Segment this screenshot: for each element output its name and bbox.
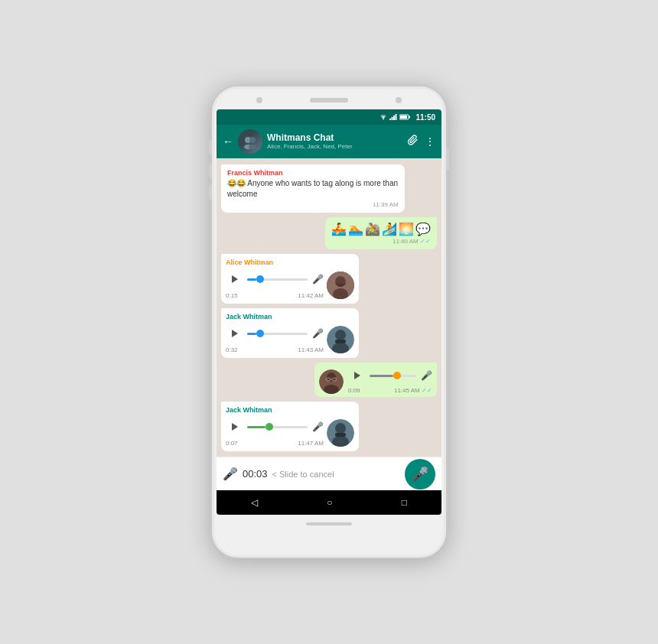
nav-recent-icon[interactable]: □	[402, 497, 407, 508]
waveform-progress-sent	[370, 375, 393, 377]
time-jack: 11:43 AM	[298, 346, 324, 353]
silent-button	[209, 184, 212, 200]
message-alice-audio: Alice Whitman	[221, 254, 359, 304]
waveform-sent	[370, 369, 416, 382]
audio-content-alice: 🎤 0:15 11:42 AM	[226, 268, 324, 299]
slide-cancel-text: < Slide to cancel	[272, 470, 334, 479]
play-button-sent[interactable]	[348, 367, 365, 384]
svg-rect-6	[409, 116, 411, 119]
slide-cancel-area: < Slide to cancel	[272, 470, 400, 479]
duration-jack: 0:32	[226, 346, 238, 353]
audio-meta-alice: 0:15 11:42 AM	[226, 292, 324, 299]
audio-meta-jack: 0:32 11:43 AM	[226, 346, 324, 353]
svg-rect-1	[389, 119, 391, 120]
waveform-dot-sent	[393, 372, 401, 379]
audio-content-jack: 🎤 0:32 11:43 AM	[226, 322, 324, 353]
waveform-progress-jack-2	[247, 426, 265, 428]
mic-icon-sent: 🎤	[421, 370, 432, 381]
header-actions: ⋮	[408, 135, 435, 148]
power-button	[446, 148, 449, 171]
audio-content-jack-2: 🎤 0:07 11:47 AM	[226, 415, 324, 447]
audio-controls-jack: 🎤	[226, 322, 324, 345]
waveform-track-alice	[247, 278, 308, 281]
waveform-alice	[247, 273, 308, 285]
avatar-alice	[327, 272, 354, 299]
home-bar	[306, 522, 352, 525]
svg-rect-7	[400, 115, 407, 119]
phone-screen: 11:50 ← Whitmans Chat Alice, Francis, Ja…	[217, 109, 441, 515]
audio-meta-jack-2: 0:07 11:47 AM	[226, 440, 324, 447]
audio-controls-alice: 🎤	[226, 268, 324, 291]
sent-double-check: ✓✓	[422, 387, 432, 394]
message-time-2: 11:40 AM ✓✓	[331, 238, 431, 245]
recording-mic-icon: 🎤	[223, 467, 238, 481]
message-francis-text: Francis Whitman 😂😂 Anyone who wants to t…	[221, 164, 405, 213]
status-icons: 11:50	[379, 113, 435, 122]
front-camera	[256, 97, 262, 103]
time-alice: 11:42 AM	[298, 292, 324, 299]
front-sensor	[396, 97, 402, 103]
sent-audio-controls: 🎤	[348, 366, 432, 385]
play-triangle-jack-icon	[232, 330, 238, 337]
avatar-woman-img	[327, 272, 354, 299]
double-check-icon: ✓✓	[420, 238, 431, 245]
sent-audio-meta: 0:09 11:45 AM ✓✓	[348, 387, 432, 394]
svg-point-11	[249, 145, 256, 149]
message-time-1: 11:39 AM	[227, 201, 399, 208]
svg-point-16	[335, 330, 346, 340]
waveform-jack-2	[247, 421, 308, 433]
duration-jack-2: 0:07	[226, 440, 238, 447]
sent-duration: 0:09	[348, 387, 360, 394]
play-triangle-sent-icon	[354, 372, 360, 379]
play-button-jack-2[interactable]	[226, 418, 243, 435]
svg-point-20	[327, 372, 336, 382]
waveform-dot-jack	[256, 330, 264, 337]
duration-alice: 0:15	[226, 292, 238, 299]
audio-bubble-alice: 🎤 0:15 11:42 AM	[226, 268, 354, 299]
volume-up-button	[209, 140, 212, 155]
mic-icon-jack: 🎤	[312, 328, 324, 339]
waveform-jack	[247, 327, 308, 340]
play-button-alice[interactable]	[226, 271, 243, 288]
nav-back-icon[interactable]: ◁	[251, 497, 258, 508]
phone-bottom-bar	[218, 518, 440, 530]
attach-icon[interactable]	[408, 135, 419, 148]
svg-rect-3	[393, 115, 395, 120]
svg-rect-4	[396, 114, 397, 120]
svg-point-0	[383, 119, 384, 119]
earpiece-speaker	[310, 98, 348, 102]
play-triangle-icon	[232, 275, 238, 283]
waveform-track-jack	[247, 333, 308, 335]
play-triangle-jack-2-icon	[232, 423, 238, 431]
audio-bubble-jack: 🎤 0:32 11:43 AM	[226, 322, 354, 353]
phone-top-bar	[218, 94, 440, 106]
waveform-track-sent	[370, 375, 416, 377]
recording-timer: 00:03	[243, 468, 268, 480]
svg-rect-2	[392, 117, 393, 120]
play-button-jack[interactable]	[226, 325, 243, 342]
wifi-icon	[379, 114, 387, 120]
phone-device: 11:50 ← Whitmans Chat Alice, Francis, Ja…	[210, 85, 448, 559]
mic-icon-alice: 🎤	[312, 274, 324, 285]
group-avatar	[238, 129, 262, 154]
sent-audio-avatar	[319, 369, 344, 394]
audio-bubble-jack-2: 🎤 0:07 11:47 AM	[226, 415, 354, 447]
more-options-icon[interactable]: ⋮	[425, 135, 435, 148]
sender-name-jack-2: Jack Whitman	[226, 406, 354, 414]
time-jack-2: 11:47 AM	[298, 440, 324, 447]
battery-icon	[399, 114, 410, 120]
avatar-jack	[327, 326, 354, 353]
send-voice-button[interactable]: 🎤	[405, 459, 435, 490]
sender-name-alice: Alice Whitman	[226, 259, 354, 266]
message-sent-audio: 🎤 0:09 11:45 AM ✓✓	[314, 363, 437, 397]
send-mic-icon: 🎤	[412, 466, 428, 483]
sender-name-jack: Jack Whitman	[226, 313, 354, 320]
avatar-jack-2	[327, 419, 354, 447]
back-button[interactable]: ←	[223, 135, 233, 148]
recording-bar: 🎤 00:03 < Slide to cancel 🎤	[217, 457, 441, 490]
waveform-dot-alice	[256, 275, 264, 283]
svg-point-9	[249, 137, 256, 143]
nav-home-icon[interactable]: ○	[327, 497, 332, 508]
message-jack-audio: Jack Whitman	[221, 308, 359, 358]
sent-audio-content: 🎤 0:09 11:45 AM ✓✓	[348, 366, 432, 394]
